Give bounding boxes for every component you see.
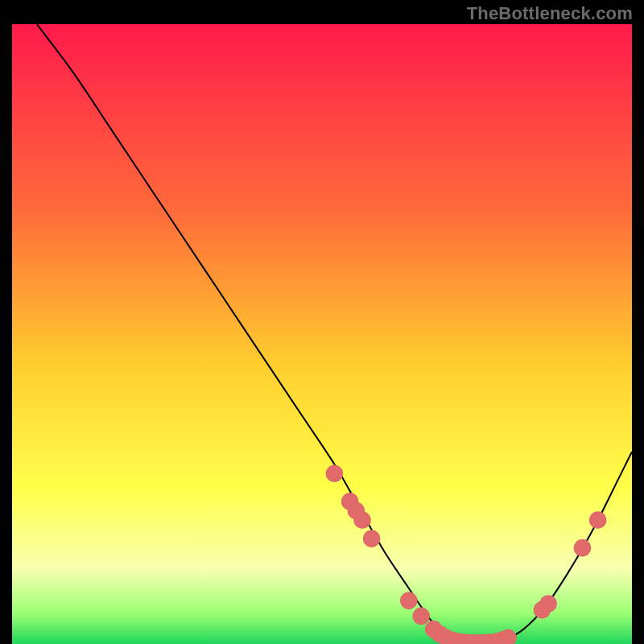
highlight-point — [539, 595, 557, 613]
highlight-point — [400, 592, 418, 609]
highlight-point — [589, 511, 607, 529]
highlight-point — [326, 464, 344, 482]
plot-area — [12, 24, 632, 644]
highlight-point — [412, 608, 430, 625]
gradient-background — [12, 24, 632, 644]
highlight-point — [363, 530, 381, 547]
highlight-point — [353, 511, 371, 529]
chart-svg — [12, 24, 632, 644]
highlight-point — [574, 539, 592, 557]
watermark-label: TheBottleneck.com — [467, 3, 633, 24]
chart-container: TheBottleneck.com — [0, 0, 644, 644]
